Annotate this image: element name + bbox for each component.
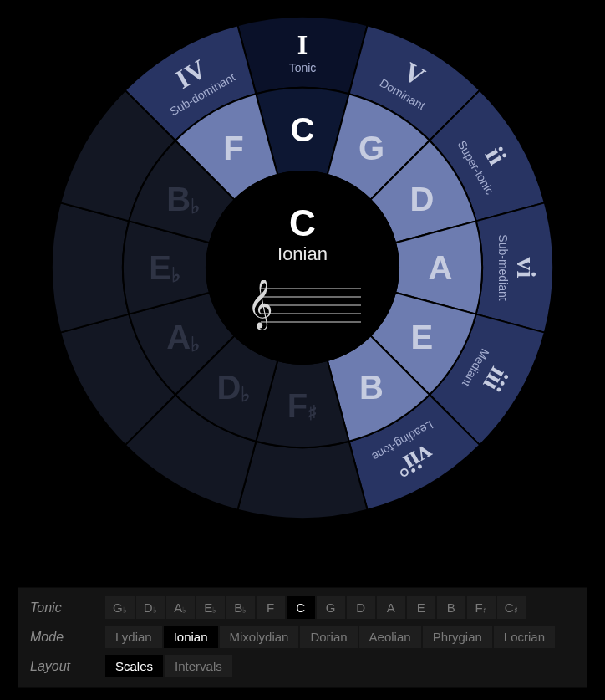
mode-row-label: Mode (28, 630, 105, 645)
tonic-option-e[interactable]: E♭ (196, 596, 225, 619)
layout-row: Layout ScalesIntervals (28, 655, 577, 677)
inner-label-3: A (429, 249, 453, 286)
controls-panel: Tonic G♭D♭A♭E♭B♭FCGDAEBF♯C♯ Mode LydianI… (18, 587, 587, 688)
mode-option-mixolydian[interactable]: Mixolydian (220, 626, 299, 648)
svg-text:A: A (429, 249, 453, 286)
mode-option-lydian[interactable]: Lydian (105, 626, 162, 648)
svg-text:E: E (411, 319, 434, 355)
tonic-option-d[interactable]: D (347, 596, 375, 619)
inner-label-4: E (411, 319, 434, 355)
tonic-option-d[interactable]: D♭ (136, 596, 165, 619)
svg-text:D: D (409, 181, 434, 217)
outer-wedge-6[interactable] (237, 442, 367, 519)
tonic-button-group: G♭D♭A♭E♭B♭FCGDAEBF♯C♯ (105, 596, 526, 619)
tonic-option-c[interactable]: C♯ (497, 596, 526, 619)
mode-option-locrian[interactable]: Locrian (494, 626, 555, 648)
inner-label-0: C (291, 111, 315, 148)
svg-text:B: B (359, 369, 384, 406)
tonic-option-b[interactable]: B (437, 596, 465, 619)
svg-text:Tonic: Tonic (289, 61, 317, 74)
tonic-row: Tonic G♭D♭A♭E♭B♭FCGDAEBF♯C♯ (28, 596, 577, 619)
mode-option-phrygian[interactable]: Phrygian (423, 626, 492, 648)
layout-button-group: ScalesIntervals (105, 655, 232, 677)
svg-text:I: I (297, 29, 308, 59)
tonic-option-f[interactable]: F♯ (467, 596, 496, 619)
mode-option-aeolian[interactable]: Aeolian (359, 626, 421, 648)
svg-text:Sub-mediant: Sub-mediant (496, 234, 510, 300)
mode-option-ionian[interactable]: Ionian (164, 626, 218, 648)
tonic-option-b[interactable]: B♭ (226, 596, 255, 619)
circle-of-fifths-wheel: CGDAEBF♯D♭A♭E♭B♭FITonicVDominantiiSuper-… (43, 8, 562, 527)
tonic-option-g[interactable]: G (317, 596, 345, 619)
inner-label-5: B (359, 369, 384, 406)
tonic-option-a[interactable]: A♭ (166, 596, 195, 619)
center-circle (206, 171, 399, 364)
layout-option-scales[interactable]: Scales (105, 655, 163, 677)
svg-text:C: C (291, 111, 315, 148)
tonic-option-e[interactable]: E (407, 596, 435, 619)
inner-label-11: F (223, 130, 243, 166)
mode-button-group: LydianIonianMixolydianDorianAeolianPhryg… (105, 626, 555, 648)
wheel-svg: CGDAEBF♯D♭A♭E♭B♭FITonicVDominantiiSuper-… (43, 8, 562, 527)
layout-row-label: Layout (28, 659, 105, 674)
mode-option-dorian[interactable]: Dorian (300, 626, 357, 648)
svg-text:G: G (358, 130, 384, 166)
mode-row: Mode LydianIonianMixolydianDorianAeolian… (28, 626, 577, 648)
layout-option-intervals[interactable]: Intervals (165, 655, 232, 677)
tonic-option-f[interactable]: F (257, 596, 285, 619)
inner-label-2: D (409, 181, 434, 217)
tonic-option-c[interactable]: C (287, 596, 315, 619)
inner-label-1: G (358, 130, 384, 166)
tonic-row-label: Tonic (28, 600, 105, 616)
svg-text:vi: vi (511, 258, 541, 278)
svg-text:F: F (223, 130, 243, 166)
tonic-option-g[interactable]: G♭ (105, 596, 135, 619)
outer-wedge-9[interactable] (52, 202, 129, 332)
tonic-option-a[interactable]: A (377, 596, 405, 619)
